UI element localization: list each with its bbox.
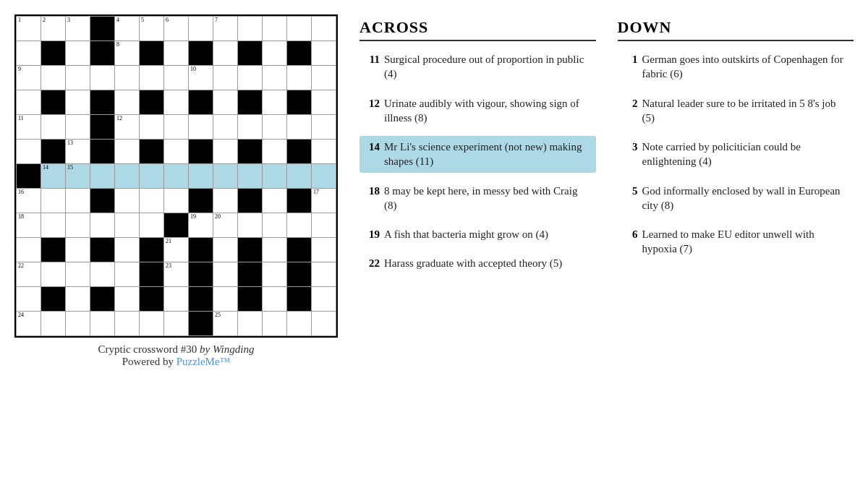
cell-r4-c5[interactable] bbox=[140, 115, 164, 140]
cell-r9-c2[interactable] bbox=[66, 238, 90, 262]
across-clue-19[interactable]: 19A fish that bacteria might grow on (4) bbox=[359, 223, 596, 245]
cell-r4-c7[interactable] bbox=[189, 115, 213, 140]
cell-r3-c0[interactable] bbox=[17, 90, 41, 115]
cell-r2-c5[interactable] bbox=[140, 66, 164, 90]
cell-r5-c6[interactable] bbox=[164, 140, 189, 164]
cell-r6-c12[interactable] bbox=[312, 164, 336, 189]
cell-r12-c4[interactable] bbox=[115, 312, 140, 336]
cell-r0-c4[interactable]: 4 bbox=[115, 17, 140, 41]
cell-r10-c1[interactable] bbox=[41, 262, 66, 287]
cell-r8-c8[interactable]: 20 bbox=[213, 213, 238, 238]
cell-r0-c7[interactable] bbox=[189, 17, 213, 41]
cell-r8-c2[interactable] bbox=[66, 213, 90, 238]
cell-r2-c10[interactable] bbox=[263, 66, 287, 90]
cell-r8-c5[interactable] bbox=[140, 213, 164, 238]
down-clue-3[interactable]: 3Note carried by policitician could be e… bbox=[618, 136, 854, 173]
cell-r9-c4[interactable] bbox=[115, 238, 140, 262]
cell-r12-c8[interactable]: 25 bbox=[213, 312, 238, 336]
cell-r11-c8[interactable] bbox=[213, 287, 238, 312]
cell-r7-c2[interactable] bbox=[66, 189, 90, 213]
cell-r1-c12[interactable] bbox=[312, 41, 336, 66]
cell-r0-c10[interactable] bbox=[263, 17, 287, 41]
cell-r12-c12[interactable] bbox=[312, 312, 336, 336]
cell-r11-c6[interactable] bbox=[164, 287, 189, 312]
down-clue-1[interactable]: 1German goes into outskirts of Copenhage… bbox=[618, 48, 854, 85]
cell-r8-c1[interactable] bbox=[41, 213, 66, 238]
cell-r0-c8[interactable]: 7 bbox=[213, 17, 238, 41]
cell-r11-c10[interactable] bbox=[263, 287, 287, 312]
cell-r10-c2[interactable] bbox=[66, 262, 90, 287]
cell-r7-c6[interactable] bbox=[164, 189, 189, 213]
cell-r0-c5[interactable]: 5 bbox=[140, 17, 164, 41]
cell-r4-c4[interactable]: 12 bbox=[115, 115, 140, 140]
cell-r10-c0[interactable]: 22 bbox=[17, 262, 41, 287]
cell-r3-c2[interactable] bbox=[66, 90, 90, 115]
cell-r8-c3[interactable] bbox=[90, 213, 115, 238]
cell-r7-c8[interactable] bbox=[213, 189, 238, 213]
cell-r8-c12[interactable] bbox=[312, 213, 336, 238]
cell-r1-c2[interactable] bbox=[66, 41, 90, 66]
cell-r0-c12[interactable] bbox=[312, 17, 336, 41]
cell-r4-c8[interactable] bbox=[213, 115, 238, 140]
cell-r9-c12[interactable] bbox=[312, 238, 336, 262]
cell-r9-c10[interactable] bbox=[263, 238, 287, 262]
cell-r1-c8[interactable] bbox=[213, 41, 238, 66]
cell-r1-c0[interactable] bbox=[17, 41, 41, 66]
cell-r5-c0[interactable] bbox=[17, 140, 41, 164]
cell-r7-c4[interactable] bbox=[115, 189, 140, 213]
cell-r11-c12[interactable] bbox=[312, 287, 336, 312]
cell-r10-c8[interactable] bbox=[213, 262, 238, 287]
cell-r10-c10[interactable] bbox=[263, 262, 287, 287]
cell-r12-c0[interactable]: 24 bbox=[17, 312, 41, 336]
cell-r4-c1[interactable] bbox=[41, 115, 66, 140]
cell-r8-c4[interactable] bbox=[115, 213, 140, 238]
cell-r0-c0[interactable]: 1 bbox=[17, 17, 41, 41]
cell-r12-c3[interactable] bbox=[90, 312, 115, 336]
cell-r5-c10[interactable] bbox=[263, 140, 287, 164]
cell-r4-c0[interactable]: 11 bbox=[17, 115, 41, 140]
puzzleme-link[interactable]: PuzzleMe™ bbox=[176, 356, 231, 367]
cell-r4-c2[interactable] bbox=[66, 115, 90, 140]
cell-r10-c3[interactable] bbox=[90, 262, 115, 287]
cell-r2-c2[interactable] bbox=[66, 66, 90, 90]
cell-r7-c12[interactable]: 17 bbox=[312, 189, 336, 213]
cell-r5-c4[interactable] bbox=[115, 140, 140, 164]
cell-r8-c10[interactable] bbox=[263, 213, 287, 238]
down-clue-2[interactable]: 2Natural leader sure to be irritated in … bbox=[618, 93, 854, 129]
cell-r3-c12[interactable] bbox=[312, 90, 336, 115]
cell-r6-c3[interactable] bbox=[90, 164, 115, 189]
down-clue-5[interactable]: 5God informally enclosed by wall in Euro… bbox=[618, 180, 854, 217]
cell-r7-c5[interactable] bbox=[140, 189, 164, 213]
cell-r6-c9[interactable] bbox=[238, 164, 263, 189]
cell-r12-c6[interactable] bbox=[164, 312, 189, 336]
cell-r6-c4[interactable] bbox=[115, 164, 140, 189]
cell-r1-c10[interactable] bbox=[263, 41, 287, 66]
cell-r10-c6[interactable]: 23 bbox=[164, 262, 189, 287]
cell-r8-c9[interactable] bbox=[238, 213, 263, 238]
cell-r4-c6[interactable] bbox=[164, 115, 189, 140]
cell-r5-c8[interactable] bbox=[213, 140, 238, 164]
cell-r0-c2[interactable]: 3 bbox=[66, 17, 90, 41]
cell-r3-c8[interactable] bbox=[213, 90, 238, 115]
cell-r6-c2[interactable]: 15 bbox=[66, 164, 90, 189]
across-clue-22[interactable]: 22Harass graduate with accepted theory (… bbox=[359, 252, 596, 274]
cell-r6-c7[interactable] bbox=[189, 164, 213, 189]
cell-r11-c0[interactable] bbox=[17, 287, 41, 312]
cell-r6-c10[interactable] bbox=[263, 164, 287, 189]
cell-r5-c12[interactable] bbox=[312, 140, 336, 164]
cell-r2-c0[interactable]: 9 bbox=[17, 66, 41, 90]
cell-r12-c1[interactable] bbox=[41, 312, 66, 336]
cell-r6-c5[interactable] bbox=[140, 164, 164, 189]
cell-r1-c6[interactable] bbox=[164, 41, 189, 66]
cell-r12-c2[interactable] bbox=[66, 312, 90, 336]
cell-r8-c0[interactable]: 18 bbox=[17, 213, 41, 238]
cell-r6-c8[interactable] bbox=[213, 164, 238, 189]
cell-r2-c9[interactable] bbox=[238, 66, 263, 90]
cell-r7-c10[interactable] bbox=[263, 189, 287, 213]
cell-r5-c2[interactable]: 13 bbox=[66, 140, 90, 164]
cell-r0-c9[interactable] bbox=[238, 17, 263, 41]
cell-r12-c11[interactable] bbox=[287, 312, 312, 336]
cell-r1-c4[interactable]: 8 bbox=[115, 41, 140, 66]
cell-r9-c0[interactable] bbox=[17, 238, 41, 262]
cell-r7-c0[interactable]: 16 bbox=[17, 189, 41, 213]
